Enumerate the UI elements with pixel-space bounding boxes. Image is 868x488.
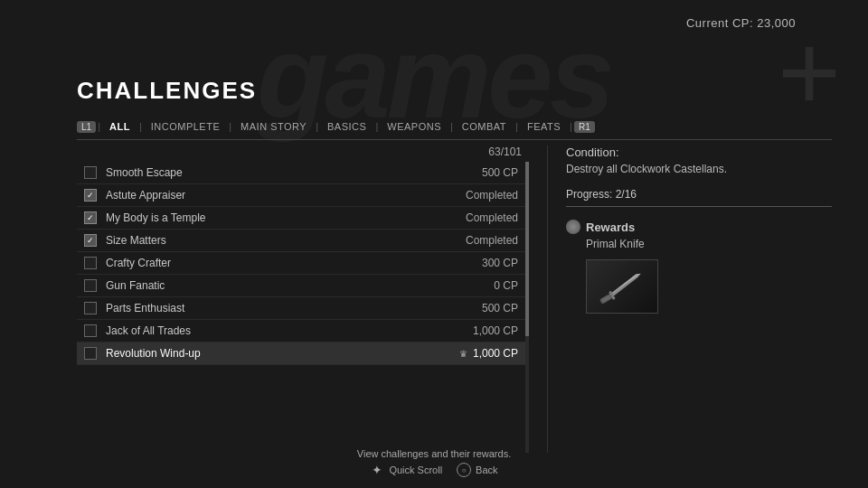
challenge-reward-gun-fanatic: 0 CP [494, 279, 518, 292]
tab-weapons[interactable]: WEAPONS [378, 119, 450, 134]
challenge-item-jack-of-all[interactable]: Jack of All Trades 1,000 CP [77, 320, 529, 343]
challenge-checkbox-gun-fanatic [84, 279, 97, 292]
challenge-checkbox-size-matters [84, 234, 97, 247]
cp-display: Current CP: 23,000 [686, 16, 796, 30]
tab-l1-icon[interactable]: L1 [77, 121, 96, 133]
challenge-count: 63/101 [77, 145, 529, 158]
challenge-reward-my-body: Completed [466, 211, 518, 224]
challenge-item-size-matters[interactable]: Size Matters Completed [77, 230, 529, 252]
challenge-reward-crafty-crafter: 300 CP [482, 257, 518, 269]
challenge-item-revolution[interactable]: Revolution Wind-up ♛ 1,000 CP [77, 343, 529, 365]
rewards-header: Rewards [566, 220, 832, 234]
challenge-name-revolution: Revolution Wind-up [106, 347, 459, 360]
scroll-thumb[interactable] [525, 162, 529, 336]
challenge-list: Smooth Escape 500 CP Astute Appraiser Co… [77, 162, 529, 453]
rewards-icon [566, 220, 580, 234]
scrollbar[interactable] [525, 162, 529, 453]
quick-scroll-label: Quick Scroll [389, 465, 442, 475]
item-thumbnail [586, 259, 658, 314]
tab-main-story[interactable]: MAIN STORY [231, 119, 316, 134]
challenge-reward-smooth-escape: 500 CP [482, 166, 518, 179]
condition-text: Destroy all Clockwork Castellans. [566, 163, 832, 175]
dpad-icon: ✦ [370, 463, 384, 477]
challenge-item-smooth-escape[interactable]: Smooth Escape 500 CP [77, 162, 529, 184]
rewards-label: Rewards [586, 221, 635, 234]
challenge-checkbox-my-body [84, 211, 97, 224]
challenge-name-my-body: My Body is a Temple [106, 211, 466, 224]
challenge-reward-size-matters: Completed [466, 234, 518, 247]
bottom-hint: View challenges and their rewards. [0, 448, 868, 459]
challenge-item-parts-enthusiast[interactable]: Parts Enthusiast 500 CP [77, 297, 529, 320]
challenge-item-my-body[interactable]: My Body is a Temple Completed [77, 207, 529, 230]
challenge-checkbox-smooth-escape [84, 166, 97, 179]
challenge-reward-jack-of-all: 1,000 CP [473, 324, 518, 337]
tab-all[interactable]: ALL [100, 119, 139, 134]
challenge-name-crafty-crafter: Crafty Crafter [106, 257, 482, 269]
challenge-name-gun-fanatic: Gun Fanatic [106, 279, 494, 292]
back-control[interactable]: ○ Back [457, 463, 497, 477]
page-title: CHALLENGES [77, 77, 832, 105]
tab-r1-icon[interactable]: R1 [574, 121, 595, 133]
challenge-checkbox-astute-appraiser [84, 189, 97, 202]
challenge-reward-revolution: 1,000 CP [473, 347, 518, 360]
quick-scroll-control: ✦ Quick Scroll [370, 463, 442, 477]
progress-label: Progress: 2/16 [566, 188, 832, 201]
challenge-checkbox-crafty-crafter [84, 257, 97, 269]
challenge-reward-parts-enthusiast: 500 CP [482, 302, 518, 314]
challenge-reward-astute-appraiser: Completed [466, 189, 518, 202]
back-label: Back [476, 465, 497, 475]
challenge-name-size-matters: Size Matters [106, 234, 466, 247]
challenge-item-astute-appraiser[interactable]: Astute Appraiser Completed [77, 184, 529, 207]
nav-tabs: L1 | ALL | INCOMPLETE | MAIN STORY | BAS… [77, 119, 832, 140]
crown-icon: ♛ [459, 349, 467, 359]
tab-incomplete[interactable]: INCOMPLETE [142, 119, 230, 134]
challenge-item-gun-fanatic[interactable]: Gun Fanatic 0 CP [77, 275, 529, 297]
bottom-bar: View challenges and their rewards. ✦ Qui… [0, 448, 868, 477]
reward-item-name: Primal Knife [586, 238, 832, 250]
knife-image [590, 259, 655, 314]
challenge-name-jack-of-all: Jack of All Trades [106, 324, 473, 337]
bottom-controls: ✦ Quick Scroll ○ Back [0, 463, 868, 477]
challenge-checkbox-parts-enthusiast [84, 302, 97, 314]
challenge-name-smooth-escape: Smooth Escape [106, 166, 482, 179]
challenge-item-crafty-crafter[interactable]: Crafty Crafter 300 CP [77, 252, 529, 275]
challenge-name-astute-appraiser: Astute Appraiser [106, 189, 466, 202]
tab-combat[interactable]: COMBAT [453, 119, 515, 134]
challenge-name-parts-enthusiast: Parts Enthusiast [106, 302, 482, 314]
tab-basics[interactable]: BASICS [318, 119, 375, 134]
circle-button-icon[interactable]: ○ [457, 463, 471, 477]
tab-feats[interactable]: FEATS [518, 119, 570, 134]
detail-divider [566, 206, 832, 207]
condition-label: Condition: [566, 145, 832, 159]
challenge-checkbox-revolution [84, 347, 97, 360]
challenge-checkbox-jack-of-all [84, 324, 97, 337]
detail-panel: Condition: Destroy all Clockwork Castell… [547, 145, 832, 453]
